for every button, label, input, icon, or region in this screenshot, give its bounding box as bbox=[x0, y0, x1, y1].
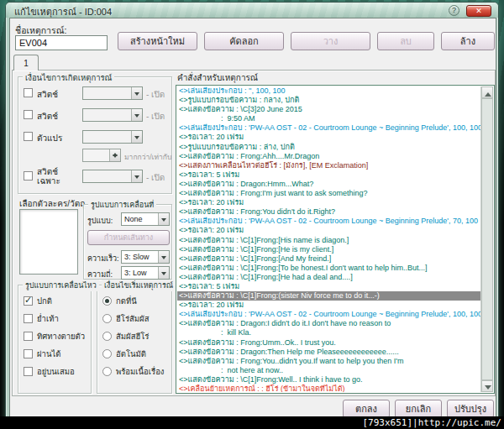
command-line[interactable]: <>แสดงข้อความ : Frong:I'm just want to a… bbox=[177, 189, 480, 198]
command-line[interactable]: <>แสดงข้อความ : Dragon:I didn't do it.I … bbox=[177, 319, 480, 328]
delete-button: ลบ bbox=[377, 32, 434, 50]
command-list-scrollbar[interactable] bbox=[480, 86, 493, 392]
option-label: ทิศทางตายตัว bbox=[37, 330, 85, 343]
chevron-down-icon bbox=[131, 131, 142, 143]
movement-type-combo[interactable]: None bbox=[121, 212, 170, 226]
clear-button[interactable]: ล้าง bbox=[441, 32, 495, 50]
copy-button[interactable]: คัดลอก bbox=[204, 32, 284, 50]
checkbox-icon[interactable] bbox=[24, 349, 33, 358]
command-line[interactable]: <>แสดงข้อความ : Dragon:Then Help me Plea… bbox=[177, 348, 480, 357]
animation-option[interactable]: อยู่บนเสมอ bbox=[18, 363, 91, 380]
variable-value-spinner[interactable] bbox=[82, 149, 121, 162]
variable-combo[interactable] bbox=[82, 130, 143, 144]
switch1-combo[interactable] bbox=[82, 86, 143, 100]
command-line[interactable]: <>เล่นเสียงประกอบ : 'PW-AA OST - 02 - Co… bbox=[177, 310, 480, 319]
command-line[interactable]: <>รอเวลา: 20 เฟรม bbox=[177, 133, 480, 142]
character-graphic-box[interactable] bbox=[19, 209, 78, 275]
switch1-state: - เปิด bbox=[146, 88, 165, 101]
command-line[interactable]: <>แสดงข้อความ : Frong:Umm..Ok.. I trust … bbox=[177, 338, 480, 348]
command-line[interactable]: <>รอเวลา: 20 เฟรม bbox=[177, 198, 480, 207]
animation-option[interactable]: ย่ำเท้า bbox=[18, 310, 91, 327]
command-line[interactable]: <>เล่นเสียงประกอบ : 'PW-AA OST - 02 - Co… bbox=[177, 217, 480, 226]
trigger-option[interactable]: อัตโนมัติ bbox=[97, 345, 171, 363]
trigger-group: เงื่อนไขเริ่มเหตุการณ์ กดที่นีฮีโร่สัมผั… bbox=[97, 285, 172, 394]
animation-options: ปกติย่ำเท้าทิศทางตายตัวผ่านได้อยู่บนเสมอ bbox=[18, 292, 91, 380]
conditions-group: เงื่อนไขการเกิดเหตุการณ์ สวิตช์ - เปิด ส… bbox=[18, 76, 172, 194]
paste-button: วาง bbox=[291, 32, 370, 50]
command-line[interactable]: <>แสดงข้อความ : \C[1]Frong:[To be honest… bbox=[177, 264, 480, 273]
scroll-up-icon[interactable] bbox=[481, 86, 493, 98]
variable-checkbox[interactable] bbox=[24, 132, 33, 141]
animation-option[interactable]: ปกติ bbox=[18, 292, 91, 310]
command-line[interactable]: <>แสดงภาพเคลื่อนไหวต่อฮีโร่ : [มังกร], [… bbox=[177, 161, 480, 170]
command-line[interactable]: <>รอเวลา: 20 เฟรม bbox=[177, 301, 480, 310]
command-line[interactable]: : not here at now.. bbox=[177, 366, 480, 375]
animation-option[interactable]: ผ่านได้ bbox=[18, 345, 91, 363]
checkbox-icon[interactable] bbox=[24, 332, 33, 341]
checkbox-icon[interactable] bbox=[24, 296, 33, 306]
self-switch-checkbox[interactable] bbox=[24, 171, 33, 180]
event-name-input[interactable] bbox=[15, 35, 108, 50]
chevron-down-icon bbox=[131, 170, 142, 182]
ok-button[interactable]: ตกลง bbox=[343, 400, 390, 418]
command-line[interactable]: <>แสดงข้อความ : \C[1]Frong:(sister Niv f… bbox=[177, 291, 480, 301]
command-line[interactable]: <>แสดงข้อความ : Frong:Ahh....Mr.Dragon bbox=[177, 152, 480, 161]
command-line[interactable]: : kill Kla. bbox=[177, 328, 480, 337]
radio-icon[interactable] bbox=[102, 367, 112, 376]
self-switch-combo[interactable] bbox=[82, 170, 143, 183]
apply-button[interactable]: ปรับปรุง bbox=[447, 400, 494, 418]
checkbox-icon[interactable] bbox=[24, 314, 33, 323]
close-button[interactable]: ✕ bbox=[466, 5, 491, 17]
command-line[interactable]: <>รูปแบบกรอบข้อความ : ล่าง, ปกติ bbox=[177, 143, 480, 152]
switch2-combo[interactable] bbox=[82, 108, 143, 122]
page-tab-1[interactable]: 1 bbox=[13, 55, 39, 71]
switch1-checkbox[interactable] bbox=[24, 88, 33, 97]
help-button[interactable]: ? bbox=[449, 5, 459, 16]
radio-icon[interactable] bbox=[102, 349, 112, 358]
trigger-option[interactable]: กดที่นี bbox=[97, 292, 171, 310]
command-list[interactable]: <>เล่นเสียงประกอบ : '', 100, 100<>รูปแบบ… bbox=[176, 85, 495, 394]
event-page-panel: เงื่อนไขการเกิดเหตุการณ์ สวิตช์ - เปิด ส… bbox=[12, 70, 496, 396]
checkbox-icon[interactable] bbox=[24, 367, 33, 376]
option-label: สัมผัสฮีโร่ bbox=[116, 330, 149, 343]
trigger-options: กดที่นีฮีโร่สัมผัสสัมผัสฮีโร่อัตโนมัติพร… bbox=[97, 292, 171, 380]
switch2-checkbox[interactable] bbox=[24, 110, 33, 119]
command-line[interactable]: <>แสดงข้อความ : Frong:You didn't do it.R… bbox=[177, 207, 480, 217]
movement-group: รูปแบบการเคลื่อนที่ รูปแบบ: None กำหนดเส… bbox=[83, 204, 172, 280]
command-line[interactable]: <>แสดงข้อความ : \C[1]Frong:[He had a dea… bbox=[177, 273, 480, 282]
command-line[interactable]: <>แสดงข้อความ : \C[1]Frong:Well.. I thin… bbox=[177, 375, 480, 385]
command-line[interactable]: <>เล่นเสียงประกอบ : '', 100, 100 bbox=[177, 86, 480, 96]
command-line[interactable]: <>แสดงข้อความ : \C[3]20 June 2015 bbox=[177, 105, 480, 114]
animation-options-group: รูปแบบการเคลื่อนไหว ปกติย่ำเท้าทิศทางตาย… bbox=[18, 285, 92, 394]
window-client: ชื่อเหตุการณ์: สร้างหน้าใหม่ คัดลอก วาง … bbox=[9, 18, 496, 425]
trigger-option[interactable]: พร้อมเนื้อเรื่อง bbox=[97, 363, 171, 380]
animation-option[interactable]: ทิศทางตายตัว bbox=[18, 327, 91, 345]
trigger-option[interactable]: สัมผัสฮีโร่ bbox=[97, 327, 171, 345]
command-line[interactable]: <>แสดงข้อความ : \C[1]Frong:[And My frein… bbox=[177, 254, 480, 264]
animation-group-title: รูปแบบการเคลื่อนไหว bbox=[23, 280, 99, 291]
window-titlebar[interactable]: แก้ไขเหตุการณ์ - ID:004 ? ✕ bbox=[6, 3, 498, 18]
radio-icon[interactable] bbox=[102, 314, 112, 323]
cancel-button[interactable]: ยกเลิก bbox=[395, 400, 442, 418]
command-line[interactable]: <>เคลื่อนย้ายเหตุการณ์ : : ฮีโร่ (ข้ามาใ… bbox=[177, 385, 480, 392]
command-line[interactable]: : 9:50 AM bbox=[177, 114, 480, 123]
movement-freq-combo[interactable]: 3: Low bbox=[121, 266, 170, 280]
command-line[interactable]: <>รอเวลา: 5 เฟรม bbox=[177, 282, 480, 291]
command-line[interactable]: <>รูปแบบกรอบข้อความ : กลาง, ปกติ bbox=[177, 96, 480, 105]
command-line[interactable]: <>เล่นเสียงประกอบ : 'PW-AA OST - 02 - Co… bbox=[177, 123, 480, 133]
movement-speed-combo[interactable]: 3: Slow bbox=[121, 250, 170, 264]
scrollbar-thumb[interactable] bbox=[481, 98, 493, 380]
spinner-arrows-icon[interactable] bbox=[109, 149, 120, 161]
radio-icon[interactable] bbox=[102, 296, 112, 306]
command-line[interactable]: <>แสดงข้อความ : Frong:You..didn't you.If… bbox=[177, 357, 480, 366]
command-line[interactable]: <>รอเวลา: 20 เฟรม bbox=[177, 226, 480, 235]
command-line[interactable]: <>แสดงข้อความ : \C[1]Frong:[His name is … bbox=[177, 236, 480, 245]
trigger-option[interactable]: ฮีโร่สัมผัส bbox=[97, 310, 171, 327]
command-line[interactable]: <>แสดงข้อความ : Dragon:Hmm...What? bbox=[177, 180, 480, 189]
scroll-down-icon[interactable] bbox=[481, 380, 493, 392]
command-line[interactable]: <>รอเวลา: 5 เฟรม bbox=[177, 170, 480, 180]
new-page-button[interactable]: สร้างหน้าใหม่ bbox=[118, 32, 197, 50]
option-label: ฮีโร่สัมผัส bbox=[116, 312, 149, 325]
command-line[interactable]: <>แสดงข้อความ : \C[1]Frong:[He is my cli… bbox=[177, 245, 480, 254]
radio-icon[interactable] bbox=[102, 332, 112, 341]
